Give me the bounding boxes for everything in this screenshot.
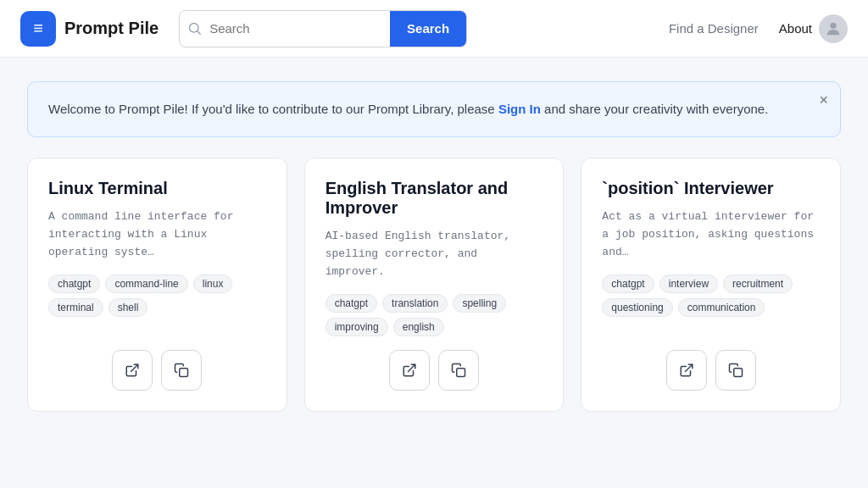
card-actions xyxy=(602,350,820,391)
banner-close-button[interactable]: × xyxy=(819,92,828,108)
prompt-card: `position` InterviewerAct as a virtual i… xyxy=(581,158,841,412)
svg-rect-4 xyxy=(180,369,188,377)
copy-button[interactable] xyxy=(161,350,202,391)
tag: english xyxy=(393,318,444,336)
copy-button[interactable] xyxy=(715,350,756,391)
search-button[interactable]: Search xyxy=(390,11,466,47)
tag: chatgpt xyxy=(326,294,377,313)
cards-container: Linux TerminalA command line interface f… xyxy=(0,137,868,412)
find-designer-link[interactable]: Find a Designer xyxy=(669,21,759,36)
banner-text-before: Welcome to Prompt Pile! If you'd like to… xyxy=(48,102,495,116)
tag: recruitment xyxy=(723,274,793,293)
open-button[interactable] xyxy=(112,350,153,391)
card-title: `position` Interviewer xyxy=(602,179,820,198)
prompt-card: Linux TerminalA command line interface f… xyxy=(27,158,287,412)
logo-area[interactable]: ≡ Prompt Pile xyxy=(20,11,159,47)
tag: command-line xyxy=(105,274,187,293)
tag: communication xyxy=(678,298,765,317)
svg-rect-8 xyxy=(733,369,742,377)
tag: chatgpt xyxy=(602,274,654,293)
tag: terminal xyxy=(48,298,103,317)
card-actions xyxy=(48,350,266,391)
svg-point-2 xyxy=(830,22,836,28)
search-input[interactable] xyxy=(209,13,390,44)
svg-line-1 xyxy=(198,31,200,34)
card-description: Act as a virtual interviewer for a job p… xyxy=(602,208,820,261)
card-description: A command line interface for interacting… xyxy=(48,208,266,261)
prompt-card: English Translator and ImproverAI-based … xyxy=(304,158,565,412)
tag: shell xyxy=(108,298,148,317)
banner-text-after: and share your creativity with everyone. xyxy=(544,102,768,116)
tag: translation xyxy=(382,294,448,313)
welcome-banner: Welcome to Prompt Pile! If you'd like to… xyxy=(27,81,841,137)
logo-icon: ≡ xyxy=(20,11,56,47)
tag: spelling xyxy=(453,294,506,313)
about-link[interactable]: About xyxy=(779,14,848,43)
tag: chatgpt xyxy=(48,274,100,293)
sign-in-link[interactable]: Sign In xyxy=(498,102,541,116)
header: ≡ Prompt Pile Search Find a Designer Abo… xyxy=(0,0,868,58)
tag: interview xyxy=(659,274,718,293)
card-tags: chatgptinterviewrecruitmentquestioningco… xyxy=(602,274,820,317)
copy-button[interactable] xyxy=(438,350,479,391)
svg-line-7 xyxy=(685,364,692,371)
card-tags: chatgptcommand-linelinuxterminalshell xyxy=(48,274,266,317)
card-tags: chatgpttranslationspellingimprovingengli… xyxy=(326,294,543,336)
logo-text: Prompt Pile xyxy=(64,19,159,38)
card-description: AI-based English translator, spelling co… xyxy=(326,228,543,280)
tag: questioning xyxy=(602,298,672,317)
svg-line-3 xyxy=(131,364,138,371)
svg-line-5 xyxy=(409,364,415,371)
open-button[interactable] xyxy=(666,350,707,391)
nav-right: Find a Designer About xyxy=(669,14,848,43)
avatar xyxy=(819,14,848,43)
search-icon xyxy=(180,22,209,35)
card-actions xyxy=(326,350,543,391)
open-button[interactable] xyxy=(389,350,430,391)
search-form: Search xyxy=(179,10,467,47)
tag: improving xyxy=(326,318,388,336)
card-title: English Translator and Improver xyxy=(326,179,543,218)
tag: linux xyxy=(193,274,233,293)
svg-rect-6 xyxy=(457,369,465,377)
card-title: Linux Terminal xyxy=(48,179,266,198)
